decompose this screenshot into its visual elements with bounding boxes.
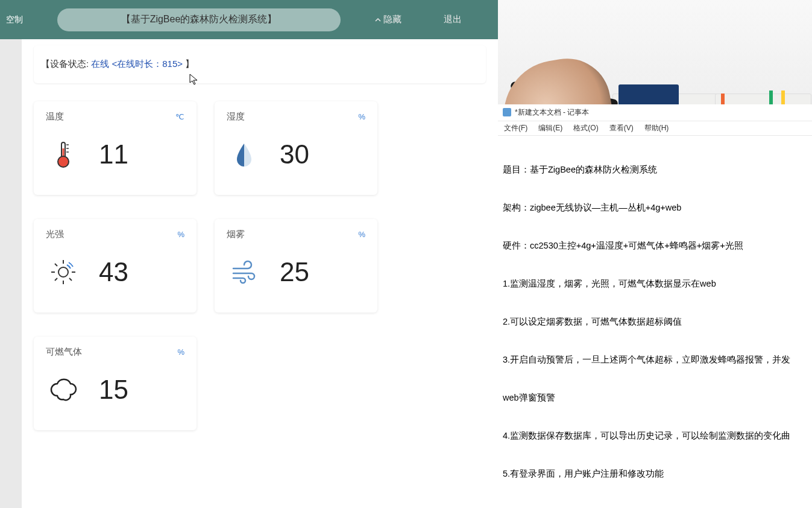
smoke-label: 烟雾 (227, 229, 245, 240)
app-title-pill: 【基于ZigBee的森林防火检测系统】 (57, 8, 341, 31)
svg-point-2 (58, 156, 69, 167)
dashboard-pane: 空制 【基于ZigBee的森林防火检测系统】 隐藏 退出 【设备状态: 在线 <… (0, 0, 498, 508)
notepad-line: 3.开启自动预警后，一旦上述两个气体超标，立即激发蜂鸣器报警，并发 (503, 354, 807, 366)
svg-point-6 (58, 267, 68, 277)
light-card[interactable]: 光强 % (34, 219, 197, 313)
sensor-row-1: 温度 ℃ 11 (34, 101, 486, 195)
status-prefix: 【设备状态: (41, 59, 89, 69)
menu-help[interactable]: 帮助(H) (644, 123, 669, 133)
gas-card[interactable]: 可燃气体 % 15 (34, 337, 197, 430)
app-title: 【基于ZigBee的森林防火检测系统】 (121, 13, 277, 26)
notepad-line: 硬件：cc2530主控+4g+温湿度+可燃气体+蜂鸣器+烟雾+光照 (503, 240, 807, 252)
gas-unit: % (177, 348, 184, 357)
smoke-card[interactable]: 烟雾 % 25 (215, 219, 377, 313)
notepad-menubar: 文件(F) 编辑(E) 格式(O) 查看(V) 帮助(H) (498, 121, 812, 136)
topbar-left-truncated: 空制 (6, 14, 24, 25)
topbar-actions: 隐藏 退出 (374, 14, 462, 25)
humidity-unit: % (358, 112, 365, 121)
notepad-line: 2.可以设定烟雾数据，可燃气体数据超标阈值 (503, 316, 807, 328)
chevron-up-icon (374, 16, 382, 24)
exit-button[interactable]: 退出 (444, 14, 462, 25)
light-label: 光强 (46, 229, 64, 240)
humidity-value: 30 (280, 139, 309, 170)
temperature-value: 11 (99, 139, 128, 170)
gas-label: 可燃气体 (46, 346, 82, 358)
content-scroll-area[interactable]: 【设备状态: 在线 <在线时长：815> 】 温度 ℃ (22, 39, 498, 508)
svg-line-11 (55, 264, 57, 266)
menu-file[interactable]: 文件(F) (504, 123, 527, 133)
gas-value: 15 (99, 375, 128, 405)
notepad-line: 题目：基于ZigBee的森林防火检测系统 (503, 164, 807, 176)
menu-view[interactable]: 查看(V) (609, 123, 634, 133)
exit-label: 退出 (444, 14, 462, 24)
sensor-row-2: 光强 % (34, 219, 486, 313)
humidity-card[interactable]: 湿度 % 30 (215, 101, 377, 195)
notepad-line: 1.监测温湿度，烟雾，光照，可燃气体数据显示在web (503, 278, 807, 290)
notepad-titlebar[interactable]: *新建文本文档 - 记事本 (498, 104, 812, 121)
device-status-card: 【设备状态: 在线 <在线时长：815> 】 (34, 45, 486, 83)
hide-button[interactable]: 隐藏 (374, 14, 401, 25)
light-value: 43 (99, 257, 128, 287)
hardware-camera-view (498, 0, 812, 104)
notepad-line: 架构：zigbee无线协议—主机—丛机+4g+web (503, 202, 807, 214)
topbar: 空制 【基于ZigBee的森林防火检测系统】 隐藏 退出 (0, 0, 498, 39)
temperature-card[interactable]: 温度 ℃ 11 (34, 101, 197, 195)
hide-label: 隐藏 (383, 14, 401, 25)
temperature-label: 温度 (46, 111, 64, 122)
svg-line-12 (69, 278, 72, 281)
temperature-unit: ℃ (175, 112, 184, 121)
notepad-app-icon (503, 108, 511, 116)
notepad-window: *新建文本文档 - 记事本 文件(F) 编辑(E) 格式(O) 查看(V) 帮助… (498, 104, 812, 508)
notepad-line: 5.有登录界面，用户账户注册和修改功能 (503, 468, 807, 480)
light-unit: % (177, 230, 184, 239)
status-online-text: 在线 <在线时长：815> (91, 59, 183, 69)
notepad-text-area[interactable]: 题目：基于ZigBee的森林防火检测系统 架构：zigbee无线协议—主机—丛机… (498, 136, 812, 508)
smoke-unit: % (358, 230, 365, 239)
svg-line-13 (55, 278, 57, 281)
sun-icon (49, 258, 78, 287)
cloud-icon (49, 375, 78, 404)
droplet-icon (230, 140, 259, 169)
notepad-line: 4.监测数据保存数据库，可以导出历史记录，可以绘制监测数据的变化曲 (503, 430, 807, 442)
right-pane: *新建文本文档 - 记事本 文件(F) 编辑(E) 格式(O) 查看(V) 帮助… (498, 0, 812, 508)
sensor-row-3: 可燃气体 % 15 (34, 337, 486, 430)
menu-edit[interactable]: 编辑(E) (538, 123, 562, 133)
humidity-label: 湿度 (227, 111, 245, 122)
thermometer-icon (49, 140, 78, 169)
notepad-line: web弹窗预警 (503, 392, 807, 404)
smoke-value: 25 (280, 257, 309, 287)
menu-format[interactable]: 格式(O) (573, 123, 598, 133)
notepad-window-title: *新建文本文档 - 记事本 (515, 107, 589, 118)
wind-icon (230, 258, 259, 287)
status-suffix: 】 (185, 59, 194, 69)
